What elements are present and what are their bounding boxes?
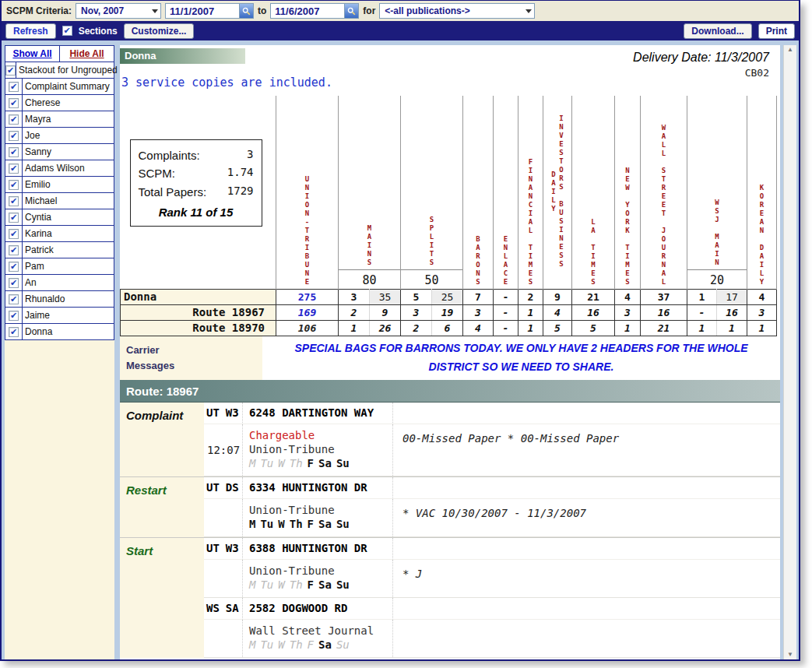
hide-all-cell[interactable]: Hide All (59, 46, 114, 62)
vertical-scrollbar[interactable]: ▲ ▼ (783, 45, 796, 659)
sidebar-item[interactable]: ✔An (5, 274, 114, 291)
sidebar-item[interactable]: ✔Pam (5, 258, 114, 275)
stats-box: Complaints:3 SCPM:1.74 Total Papers:1729… (130, 139, 262, 227)
for-label: for (363, 5, 375, 16)
summary-cell: 21 (572, 289, 615, 304)
download-button[interactable]: Download... (684, 23, 751, 39)
checkbox-checked[interactable]: ✔ (9, 327, 19, 337)
sidebar-item[interactable]: ✔Mayra (5, 111, 114, 128)
summary-cell: 9 (370, 304, 401, 320)
date-from-value: 11/1/2007 (166, 5, 239, 17)
show-all-link[interactable]: Show All (12, 48, 51, 59)
checkbox-checked[interactable]: ✔ (9, 82, 19, 92)
entry-address: 6334 HUNTINGTON DR (243, 477, 393, 499)
publication-select[interactable]: <-all publications-> (379, 3, 535, 19)
checkbox-checked[interactable]: ✔ (9, 180, 19, 190)
sidebar-item[interactable]: ✔Sanny (5, 143, 114, 160)
sections-checkbox[interactable]: ✔ (62, 26, 72, 36)
column-header: KOREAN DAILY (747, 96, 777, 289)
sidebar-item[interactable]: ✔Cherese (5, 94, 114, 111)
column-header-name: INVESTORS BUSINESS DAILY (550, 97, 565, 287)
scpm-label: SCPM: (139, 164, 176, 182)
sidebar-item[interactable]: ✔Complaint Summary (5, 78, 114, 95)
date-from-field[interactable]: 11/1/2007 (165, 3, 254, 19)
checkbox-checked[interactable]: ✔ (9, 311, 19, 321)
sidebar-item[interactable]: ✔Karina (5, 225, 114, 242)
checkbox-checked[interactable]: ✔ (9, 213, 19, 223)
checkbox-cell: ✔ (5, 226, 23, 241)
delivery-days: MTuWThFSaSu (249, 518, 392, 530)
checkbox-checked[interactable]: ✔ (9, 262, 19, 272)
sidebar-item[interactable]: ✔Joe (5, 127, 114, 144)
summary-cell: 2 (401, 320, 432, 336)
sidebar-item-label: Pam (23, 258, 44, 274)
column-header-name: ENLACE (502, 235, 510, 287)
date-picker-icon[interactable] (239, 4, 253, 18)
sidebar-item[interactable]: ✔Adams Wilson (5, 160, 114, 177)
sidebar-item-label: Joe (23, 128, 40, 143)
sidebar-item-label: An (23, 275, 37, 290)
date-picker-icon[interactable] (344, 4, 358, 18)
sidebar-item[interactable]: ✔Jaime (5, 307, 114, 324)
checkbox-checked[interactable]: ✔ (9, 98, 19, 108)
column-header: LA TIMES (572, 96, 615, 289)
checkbox-checked[interactable]: ✔ (9, 245, 19, 255)
checkbox-cell: ✔ (5, 128, 23, 143)
sidebar-item-label: Adams Wilson (23, 160, 85, 176)
checkbox-cell: ✔ (5, 291, 23, 307)
column-header-wrap: UNION-TRIBUNE (276, 97, 338, 289)
checkbox-checked[interactable]: ✔ (9, 294, 19, 304)
print-button[interactable]: Print (758, 23, 795, 39)
sidebar-item[interactable]: ✔Cyntia (5, 209, 114, 226)
checkbox-checked[interactable]: ✔ (9, 114, 19, 125)
summary-cell[interactable]: 275 (276, 289, 339, 304)
summary-cell: 1 (615, 320, 641, 336)
checkbox-checked[interactable]: ✔ (9, 196, 19, 206)
carrier-messages-label-cell: Carrier Messages (120, 336, 262, 380)
column-header-name: FINANCIAL TIMES (527, 158, 535, 287)
delivery-days: MTuWThFSaSu (249, 638, 392, 651)
checkbox-checked[interactable]: ✔ (5, 65, 16, 76)
checkbox-cell: ✔ (5, 193, 23, 209)
entry-publication: Union-Tribune (249, 504, 392, 516)
check-icon: ✔ (64, 26, 71, 35)
summary-cell: - (494, 289, 518, 304)
day-th: Th (290, 638, 303, 651)
date-to-value: 11/6/2007 (271, 5, 344, 17)
hide-all-link[interactable]: Hide All (69, 48, 104, 59)
delivery-days: MTuWThFSaSu (249, 457, 392, 469)
checkbox-checked[interactable]: ✔ (9, 278, 19, 288)
checkbox-checked[interactable]: ✔ (9, 163, 19, 174)
sidebar-item[interactable]: ✔Patrick (5, 241, 114, 258)
summary-cell[interactable]: 169 (276, 304, 339, 320)
sidebar-item[interactable]: ✔Stackout for Ungrouped (5, 62, 114, 79)
day-m: M (249, 457, 255, 469)
day-th: Th (290, 578, 303, 591)
column-header: UNION-TRIBUNE (276, 96, 339, 289)
month-select[interactable]: Nov, 2007 (76, 3, 161, 19)
scroll-down-icon[interactable]: ▼ (787, 652, 793, 658)
date-to-field[interactable]: 11/6/2007 (270, 3, 359, 19)
summary-cell: 1 (687, 320, 717, 336)
refresh-button[interactable]: Refresh (5, 23, 56, 39)
sidebar-item-label: Sanny (23, 144, 51, 160)
show-all-cell[interactable]: Show All (5, 46, 59, 62)
sidebar-item[interactable]: ✔Michael (5, 192, 114, 209)
summary-table: Complaints:3 SCPM:1.74 Total Papers:1729… (120, 96, 777, 336)
summary-cell: 1 (518, 304, 543, 320)
section-entries: UTDS6334 HUNTINGTON DRUnion-TribuneMTuWT… (204, 477, 780, 537)
sidebar-item[interactable]: ✔Emilio (5, 176, 114, 193)
sidebar-item[interactable]: ✔Rhunaldo (5, 290, 114, 308)
sidebar-item-label: Emilio (23, 177, 51, 192)
checkbox-checked[interactable]: ✔ (9, 147, 19, 157)
summary-cell: 4 (463, 320, 494, 336)
scroll-up-icon[interactable]: ▲ (787, 47, 793, 53)
checkbox-cell: ✔ (5, 258, 23, 274)
entry-address: 2582 DOGWOOD RD (243, 598, 393, 620)
sidebar-item[interactable]: ✔Donna (5, 323, 114, 340)
customize-button[interactable]: Customize... (124, 23, 195, 39)
checkbox-checked[interactable]: ✔ (9, 229, 19, 239)
summary-cell: 17 (717, 289, 747, 304)
route-entry: UTW36388 HUNTINGTON DRUnion-TribuneMTuWT… (204, 538, 780, 598)
checkbox-checked[interactable]: ✔ (9, 131, 19, 141)
